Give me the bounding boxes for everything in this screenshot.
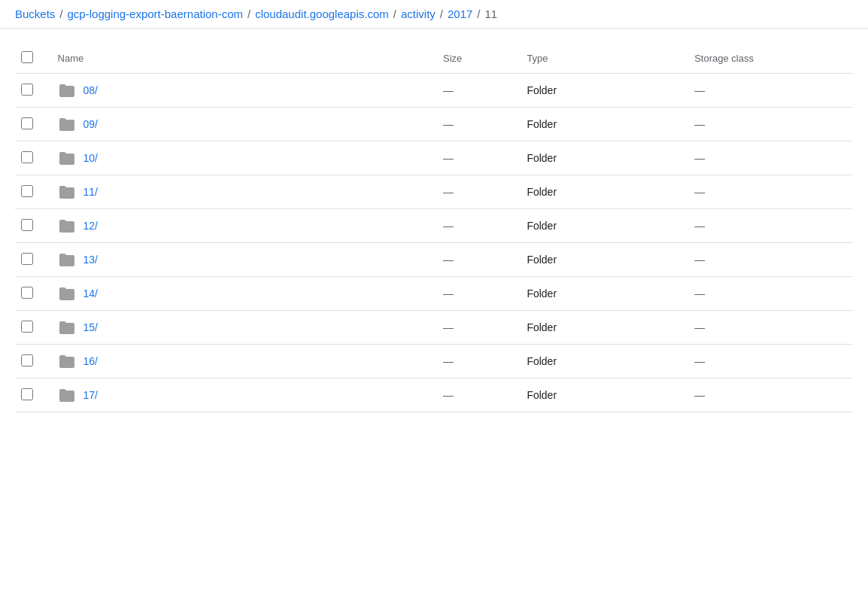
file-browser-table: Name Size Type Storage class 08/—Folder—… xyxy=(15,44,853,412)
table-row: 15/—Folder— xyxy=(15,311,853,345)
cell-name-content: 08/ xyxy=(58,83,425,98)
folder-link-15[interactable]: 15/ xyxy=(83,321,98,333)
row-name-cell: 10/ xyxy=(49,141,434,175)
row-type-cell: Folder xyxy=(517,74,685,108)
row-type-cell: Folder xyxy=(517,209,685,243)
header-storage: Storage class xyxy=(685,44,853,74)
row-checkbox-cell xyxy=(15,141,49,175)
row-name-cell: 11/ xyxy=(49,175,434,209)
table-row: 11/—Folder— xyxy=(15,175,853,209)
folder-link-14[interactable]: 14/ xyxy=(83,287,98,299)
row-checkbox-1[interactable] xyxy=(21,117,33,129)
row-checkbox-0[interactable] xyxy=(21,84,33,96)
folder-link-12[interactable]: 12/ xyxy=(83,220,98,232)
folder-icon xyxy=(58,83,76,98)
table-row: 17/—Folder— xyxy=(15,379,853,412)
breadcrumb-item-activity[interactable]: activity xyxy=(401,8,436,20)
folder-icon xyxy=(58,150,76,166)
row-name-cell: 14/ xyxy=(49,277,434,311)
table-row: 16/—Folder— xyxy=(15,345,853,379)
header-type: Type xyxy=(517,44,685,74)
select-all-checkbox[interactable] xyxy=(21,51,33,63)
row-size-cell: — xyxy=(434,209,517,243)
row-storage-cell: — xyxy=(685,209,853,243)
folder-icon xyxy=(58,286,76,301)
table-row: 13/—Folder— xyxy=(15,243,853,277)
table-row: 12/—Folder— xyxy=(15,209,853,243)
row-type-cell: Folder xyxy=(517,108,685,141)
folder-link-10[interactable]: 10/ xyxy=(83,152,98,164)
row-checkbox-9[interactable] xyxy=(21,388,33,400)
folder-icon xyxy=(58,320,76,335)
cell-name-content: 15/ xyxy=(58,320,425,335)
cell-name-content: 16/ xyxy=(58,354,425,369)
row-name-cell: 15/ xyxy=(49,311,434,345)
breadcrumb-item-cloudaudit-googleapis-com[interactable]: cloudaudit.googleapis.com xyxy=(255,8,389,20)
cell-name-content: 14/ xyxy=(58,286,425,301)
row-type-cell: Folder xyxy=(517,311,685,345)
row-type-cell: Folder xyxy=(517,345,685,379)
folder-link-13[interactable]: 13/ xyxy=(83,254,98,266)
header-size: Size xyxy=(434,44,517,74)
row-checkbox-7[interactable] xyxy=(21,321,33,333)
row-checkbox-4[interactable] xyxy=(21,219,33,231)
folder-icon xyxy=(58,218,76,233)
row-storage-cell: — xyxy=(685,108,853,141)
folder-link-16[interactable]: 16/ xyxy=(83,355,98,367)
folder-icon xyxy=(58,252,76,267)
breadcrumb-separator: / xyxy=(59,8,62,20)
row-checkbox-cell xyxy=(15,345,49,379)
row-name-cell: 16/ xyxy=(49,345,434,379)
cell-name-content: 13/ xyxy=(58,252,425,267)
row-type-cell: Folder xyxy=(517,141,685,175)
row-storage-cell: — xyxy=(685,175,853,209)
row-type-cell: Folder xyxy=(517,277,685,311)
folder-icon xyxy=(58,354,76,369)
row-checkbox-cell xyxy=(15,209,49,243)
row-type-cell: Folder xyxy=(517,243,685,277)
row-checkbox-cell xyxy=(15,277,49,311)
folder-link-08[interactable]: 08/ xyxy=(83,84,98,96)
breadcrumb-item-buckets[interactable]: Buckets xyxy=(15,8,55,20)
row-checkbox-2[interactable] xyxy=(21,151,33,163)
row-checkbox-3[interactable] xyxy=(21,185,33,197)
table-row: 14/—Folder— xyxy=(15,277,853,311)
row-checkbox-cell xyxy=(15,311,49,345)
folder-link-17[interactable]: 17/ xyxy=(83,389,98,401)
header-checkbox-cell xyxy=(15,44,49,74)
row-name-cell: 09/ xyxy=(49,108,434,141)
breadcrumb-item-2017[interactable]: 2017 xyxy=(448,8,472,20)
folder-link-09[interactable]: 09/ xyxy=(83,118,98,130)
row-storage-cell: — xyxy=(685,141,853,175)
row-size-cell: — xyxy=(434,345,517,379)
cell-name-content: 09/ xyxy=(58,117,425,132)
row-type-cell: Folder xyxy=(517,175,685,209)
folder-link-11[interactable]: 11/ xyxy=(83,186,98,198)
row-size-cell: — xyxy=(434,108,517,141)
row-name-cell: 13/ xyxy=(49,243,434,277)
row-checkbox-6[interactable] xyxy=(21,287,33,299)
row-type-cell: Folder xyxy=(517,379,685,412)
row-size-cell: — xyxy=(434,311,517,345)
row-checkbox-8[interactable] xyxy=(21,354,33,366)
row-size-cell: — xyxy=(434,277,517,311)
row-checkbox-cell xyxy=(15,243,49,277)
table-header-row: Name Size Type Storage class xyxy=(15,44,853,74)
row-storage-cell: — xyxy=(685,243,853,277)
row-checkbox-cell xyxy=(15,74,49,108)
row-size-cell: — xyxy=(434,243,517,277)
folder-icon xyxy=(58,388,76,403)
row-name-cell: 17/ xyxy=(49,379,434,412)
row-storage-cell: — xyxy=(685,74,853,108)
breadcrumb-separator: / xyxy=(440,8,443,20)
table-row: 09/—Folder— xyxy=(15,108,853,141)
row-storage-cell: — xyxy=(685,311,853,345)
row-checkbox-cell xyxy=(15,175,49,209)
file-browser-table-container: Name Size Type Storage class 08/—Folder—… xyxy=(0,29,868,412)
cell-name-content: 17/ xyxy=(58,388,425,403)
row-name-cell: 08/ xyxy=(49,74,434,108)
breadcrumb-item-gcp-logging-export-baernation-com[interactable]: gcp-logging-export-baernation-com xyxy=(68,8,243,20)
row-size-cell: — xyxy=(434,141,517,175)
row-checkbox-5[interactable] xyxy=(21,253,33,265)
row-checkbox-cell xyxy=(15,379,49,412)
